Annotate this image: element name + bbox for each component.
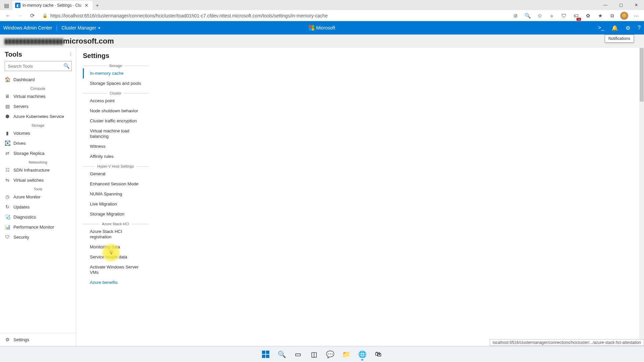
tools-bottom: ⚙Settings [0, 333, 76, 346]
settings-access-point[interactable]: Access point [83, 96, 148, 106]
tool-label: Storage Replica [13, 151, 45, 156]
settings-service-health[interactable]: Service health data [83, 252, 148, 262]
settings-storage-migration[interactable]: Storage Migration [83, 209, 148, 219]
diagnostics-icon: 🩺 [5, 214, 10, 220]
tool-security[interactable]: 🛡Security [0, 232, 76, 242]
settings-gear-icon[interactable]: ⚙ [626, 25, 630, 31]
context-label: Cluster Manager [61, 25, 96, 31]
tool-label: Azure Kubernetes Service [13, 114, 64, 119]
more-menu-icon[interactable]: ⋯ [631, 11, 641, 21]
url-text: https://localhost:6516/clustermanager/co… [50, 13, 328, 18]
settings-section-ashci: Azure Stack HCI [99, 222, 132, 226]
settings-pane: Settings Storage In-memory cache Storage… [76, 48, 644, 346]
chat-icon[interactable]: 💬 [323, 348, 337, 361]
settings-affinity-rules[interactable]: Affinity rules [83, 152, 148, 162]
server-icon: ▤ [5, 104, 10, 109]
tool-label: Virtual machines [13, 94, 46, 99]
tool-performance-monitor[interactable]: 📊Performance Monitor [0, 222, 76, 232]
wac-home-link[interactable]: Windows Admin Center [3, 25, 52, 31]
settings-storage-spaces[interactable]: Storage Spaces and pools [83, 78, 148, 88]
settings-ashci-registration[interactable]: Azure Stack HCI registration [83, 227, 148, 242]
tool-drives[interactable]: 💽Drives [0, 138, 76, 148]
extensions-overflow-icon[interactable]: » [547, 11, 557, 21]
scrollbar-track[interactable] [639, 48, 644, 346]
tool-updates[interactable]: ↻Updates [0, 202, 76, 212]
favorite-icon[interactable]: ✩ [535, 11, 545, 21]
zoom-icon[interactable]: 🔍 [523, 11, 533, 21]
tool-settings[interactable]: ⚙Settings [0, 333, 76, 346]
scrollbar-thumb[interactable] [640, 48, 644, 102]
settings-witness[interactable]: Witness [83, 141, 148, 152]
context-switcher[interactable]: Cluster Manager ▾ [61, 25, 100, 31]
help-icon[interactable]: ? [638, 25, 641, 31]
tool-label: Drives [13, 141, 26, 146]
settings-activate-ws-vms[interactable]: Activate Windows Server VMs [83, 262, 148, 278]
tool-volumes[interactable]: ▮Volumes [0, 128, 76, 138]
shopping-icon[interactable]: 🏷10 [571, 11, 581, 21]
tab-favicon-icon: ◧ [15, 3, 20, 8]
tool-label: Updates [13, 204, 30, 209]
tool-label: Dashboard [13, 77, 35, 82]
tool-diagnostics[interactable]: 🩺Diagnostics [0, 212, 76, 222]
settings-traffic-encryption[interactable]: Cluster traffic encryption [83, 116, 148, 126]
settings-vm-load-balancing[interactable]: Virtual machine load balancing [83, 126, 148, 141]
collections-icon[interactable]: ⧉ [607, 11, 617, 21]
microsoft-brand: Microsoft [309, 25, 335, 31]
microsoft-brand-text: Microsoft [316, 25, 335, 31]
tool-virtual-machines[interactable]: 🖥Virtual machines [0, 91, 76, 101]
settings-numa-spanning[interactable]: NUMA Spanning [83, 189, 148, 199]
settings-general[interactable]: General [83, 169, 148, 179]
tool-virtual-switches[interactable]: ⇆Virtual switches [0, 175, 76, 185]
notifications-tooltip: Notifications [605, 35, 634, 43]
cluster-host-suffix: microsoft.com [63, 37, 114, 46]
tool-sdn[interactable]: ☷SDN Infrastructure [0, 165, 76, 175]
file-explorer-icon[interactable]: 📁 [339, 348, 353, 361]
tab-bar: ▤ ◧ In-memory cache - Settings - Clu ✕ ＋… [0, 0, 644, 10]
settings-node-shutdown[interactable]: Node shutdown behavior [83, 106, 148, 116]
refresh-button[interactable]: ⟳ [27, 11, 38, 21]
task-view-icon[interactable]: ▭ [291, 348, 305, 361]
tab-close-button[interactable]: ✕ [83, 3, 90, 8]
tool-label: Diagnostics [13, 215, 36, 220]
tool-aks[interactable]: ⬢Azure Kubernetes Service [0, 111, 76, 121]
browser-tab[interactable]: ◧ In-memory cache - Settings - Clu ✕ [12, 1, 93, 10]
start-button[interactable] [259, 348, 272, 361]
search-in-page-icon[interactable]: ⊘ [511, 11, 521, 21]
close-window-button[interactable]: ✕ [629, 0, 644, 10]
settings-in-memory-cache[interactable]: In-memory cache [83, 68, 148, 78]
tool-storage-replica[interactable]: ⇄Storage Replica [0, 148, 76, 158]
favorites-bar-icon[interactable]: ★ [595, 11, 605, 21]
taskbar-search-icon[interactable]: 🔍 [275, 348, 288, 361]
tools-title: Tools [5, 51, 22, 58]
tab-title: In-memory cache - Settings - Clu [22, 3, 81, 8]
settings-monitoring-data[interactable]: Monitoring data [83, 242, 148, 252]
monitor-icon: ◷ [5, 194, 10, 199]
forward-button[interactable]: → [15, 11, 25, 21]
tool-label: Performance Monitor [13, 225, 54, 230]
settings-live-migration[interactable]: Live Migration [83, 199, 148, 209]
tool-dashboard[interactable]: 🏠Dashboard [0, 74, 76, 84]
tab-actions-icon[interactable]: ▤ [2, 1, 11, 10]
powershell-icon[interactable]: >_ [598, 25, 604, 31]
profile-avatar[interactable]: 🙂 [619, 11, 629, 21]
back-button[interactable]: ← [3, 11, 13, 21]
workspace: Tools 〈 🔍 🏠Dashboard Compute 🖥Virtual ma… [0, 48, 644, 346]
settings-azure-benefits[interactable]: Azure benefits [83, 278, 148, 288]
settings-enhanced-session[interactable]: Enhanced Session Mode [83, 179, 148, 189]
url-field[interactable]: 🔒 https://localhost:6516/clustermanager/… [39, 11, 331, 20]
minimize-button[interactable]: ― [598, 0, 613, 10]
search-icon[interactable]: 🔍 [63, 63, 70, 69]
maximize-button[interactable]: ▢ [613, 0, 629, 10]
store-icon[interactable]: 🛍 [372, 348, 385, 361]
collapse-tools-icon[interactable]: 〈 [67, 52, 72, 58]
tool-servers[interactable]: ▤Servers [0, 101, 76, 111]
search-tools-input[interactable] [5, 61, 72, 71]
tools-pane: Tools 〈 🔍 🏠Dashboard Compute 🖥Virtual ma… [0, 48, 76, 346]
notifications-icon[interactable]: 🔔 [611, 25, 618, 31]
edge-browser-icon[interactable]: 🌐 [356, 348, 369, 361]
widgets-icon[interactable]: ◫ [307, 348, 321, 361]
adblock-icon[interactable]: 🛡 [559, 11, 569, 21]
new-tab-button[interactable]: ＋ [93, 1, 102, 10]
extension-icon[interactable]: ✿ [583, 11, 593, 21]
tool-azure-monitor[interactable]: ◷Azure Monitor [0, 192, 76, 202]
